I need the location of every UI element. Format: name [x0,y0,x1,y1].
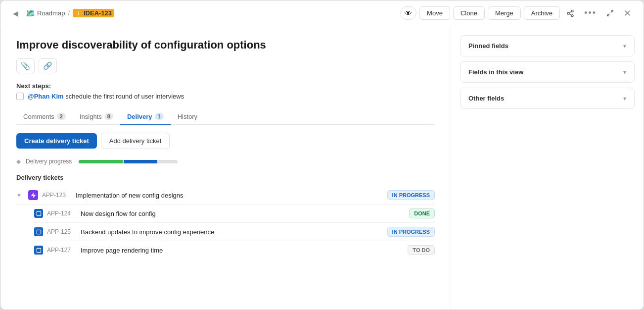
ticket-row: APP-127 Improve page rendering time TO D… [34,241,435,259]
task-checkbox[interactable] [16,93,24,100]
clone-button[interactable]: Clone [453,6,485,20]
tab-delivery-count: 1 [155,113,164,120]
watch-button[interactable]: 👁 [400,6,416,20]
svg-line-3 [569,14,572,15]
idea-id: IDEA-123 [84,9,112,17]
link-button[interactable]: 🔗 [39,58,57,73]
ticket-chevron[interactable]: ▼ [16,192,24,198]
content-area: Improve discoverability of configuration… [0,26,644,310]
move-button[interactable]: Move [419,6,450,20]
merge-button[interactable]: Merge [488,6,521,20]
titlebar-actions: 👁 Move Clone Merge Archive ••• ✕ [400,5,635,21]
task-description: schedule the first round of user intervi… [64,93,184,100]
sidebar: Pinned fields ▾ Fields in this view ▾ Ot… [451,26,644,310]
status-badge-done: DONE [409,208,435,218]
chevron-down-icon: ▾ [623,69,626,76]
more-button[interactable]: ••• [581,5,600,21]
next-steps-label: Next steps: [16,82,435,90]
progress-green [79,160,122,163]
tab-history[interactable]: History [171,109,204,125]
tab-history-label: History [178,113,197,120]
ticket-icon-blue [34,209,43,218]
ticket-name: Improve page rendering time [81,247,404,254]
delivery-actions: Create delivery ticket Add delivery tick… [16,133,435,149]
delivery-tickets-section: Delivery tickets ▼ APP-123 Implementatio… [16,174,435,259]
status-badge-in-progress: IN PROGRESS [387,190,435,200]
tab-comments-label: Comments [23,113,54,120]
ticket-name: Backend updates to improve config experi… [81,228,383,236]
sidebar-section-other: Other fields ▾ [460,88,635,109]
task-row: @Phan Kim schedule the first round of us… [16,93,435,100]
tab-insights-count: 8 [104,113,113,120]
idea-icon: i [75,10,82,17]
eye-icon: 👁 [405,9,412,17]
chevron-down-icon: ▾ [623,43,626,50]
status-badge-todo: TO DO [408,245,435,255]
share-button[interactable] [563,7,578,20]
svg-rect-9 [37,248,41,252]
ticket-icon-purple [28,190,38,200]
chevron-down-icon: ▾ [623,95,626,102]
breadcrumb: 🗺️ Roadmap / i IDEA-123 [26,9,114,18]
progress-blue [124,160,158,163]
create-delivery-ticket-button[interactable]: Create delivery ticket [16,133,97,149]
sidebar-section-in-view: Fields in this view ▾ [460,61,635,83]
main-window: ◀ 🗺️ Roadmap / i IDEA-123 👁 Move Clone M… [0,0,644,310]
status-badge-in-progress: IN PROGRESS [387,227,435,237]
ticket-name: New design flow for config [81,210,405,217]
sidebar-in-view-title: Fields in this view [468,68,523,76]
next-steps-section: Next steps: @Phan Kim schedule the first… [16,82,435,100]
svg-rect-7 [37,211,41,215]
ticket-row: APP-125 Backend updates to improve confi… [34,223,435,241]
expand-button[interactable] [603,7,617,19]
svg-point-2 [571,14,573,16]
titlebar-left: ◀ 🗺️ Roadmap / i IDEA-123 [9,7,114,20]
ticket-id: APP-127 [47,247,77,254]
svg-line-6 [607,14,609,16]
sidebar-pinned-title: Pinned fields [468,42,508,50]
map-icon: 🗺️ [26,9,35,18]
sidebar-section-pinned: Pinned fields ▾ [460,35,635,56]
sidebar-section-in-view-header[interactable]: Fields in this view ▾ [460,62,634,82]
titlebar: ◀ 🗺️ Roadmap / i IDEA-123 👁 Move Clone M… [0,0,644,26]
ticket-id: APP-124 [47,210,77,217]
ticket-row: APP-124 New design flow for config DONE [34,205,435,223]
progress-label: Delivery progress [26,158,72,165]
svg-line-4 [569,11,572,13]
task-text: @Phan Kim schedule the first round of us… [28,93,184,100]
tab-comments[interactable]: Comments 2 [16,109,73,125]
ticket-id: APP-123 [42,192,72,199]
svg-line-5 [611,10,613,12]
ticket-id: APP-125 [47,228,77,235]
task-mention: @Phan Kim [28,93,64,100]
idea-badge: i IDEA-123 [73,9,114,17]
delivery-tickets-title: Delivery tickets [16,174,435,181]
tab-delivery-label: Delivery [127,113,152,120]
ticket-row: ▼ APP-123 Implementation of new config d… [16,186,435,205]
tab-insights-label: Insights [80,113,102,120]
toolbar-icons: 📎 🔗 [16,58,435,73]
progress-bar [79,160,178,163]
tab-comments-count: 2 [57,113,66,120]
breadcrumb-sep: / [68,9,70,17]
svg-point-0 [571,10,573,12]
tabs-bar: Comments 2 Insights 8 Delivery 1 History [16,109,435,125]
ticket-icon-blue [34,227,43,236]
ticket-icon-blue [34,246,43,255]
add-delivery-ticket-button[interactable]: Add delivery ticket [101,133,170,149]
tab-delivery[interactable]: Delivery 1 [120,109,171,125]
progress-row: ◆ Delivery progress [16,158,435,165]
archive-button[interactable]: Archive [524,6,560,20]
sidebar-section-pinned-header[interactable]: Pinned fields ▾ [460,36,634,56]
sidebar-other-title: Other fields [468,95,504,102]
sidebar-section-other-header[interactable]: Other fields ▾ [460,88,634,108]
main-panel: Improve discoverability of configuration… [0,26,451,310]
page-title: Improve discoverability of configuration… [16,38,435,52]
close-button[interactable]: ✕ [620,5,635,21]
ticket-name: Implementation of new config designs [76,192,383,199]
attach-button[interactable]: 📎 [16,58,35,73]
svg-point-1 [567,12,569,14]
tab-insights[interactable]: Insights 8 [73,109,120,125]
roadmap-link[interactable]: Roadmap [37,9,65,17]
collapse-panel-button[interactable]: ◀ [9,7,22,20]
